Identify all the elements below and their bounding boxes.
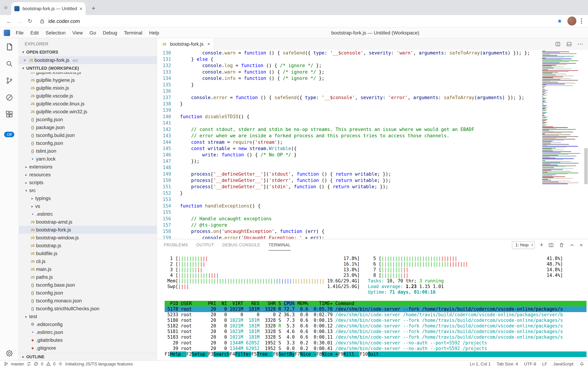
panel-tab-problems[interactable]: PROBLEMS (164, 239, 188, 250)
open-editors-header[interactable]: ▾ OPEN EDITORS (19, 48, 157, 56)
code-line-138[interactable]: 138} (157, 101, 539, 107)
error-count[interactable]: 0 (41, 362, 43, 366)
code-line-140[interactable]: 140function disableSTDIO() { (157, 114, 539, 120)
new-tab-button[interactable]: + (91, 5, 96, 12)
panel-tab-debug-console[interactable]: DEBUG CONSOLE (222, 239, 260, 250)
split-editor-icon[interactable] (555, 41, 561, 47)
menu-file[interactable]: File (12, 27, 27, 38)
status-utf-8[interactable]: UTF-8 (524, 362, 536, 366)
errors-icon[interactable] (34, 362, 38, 366)
tree-folder-vs[interactable]: ▸vs (19, 202, 157, 210)
code-line-130[interactable]: 130 console.warn = function () { safeSen… (157, 50, 539, 56)
url-text[interactable]: ide.coder.com (48, 18, 557, 24)
tree-item-.gitignore[interactable]: ◆.gitignore (19, 344, 157, 352)
code-line-153[interactable]: 153 (157, 197, 539, 203)
forward-icon[interactable]: → (14, 18, 25, 24)
tree-folder-resources[interactable]: ▸resources (19, 171, 157, 179)
new-terminal-icon[interactable]: + (540, 242, 543, 249)
tree-item-tsconfig.json[interactable]: {}tsconfig.json (19, 139, 157, 147)
tree-item-buildfile.js[interactable]: JSbuildfile.js (19, 250, 157, 257)
code-line-151[interactable]: 151 process['__defineGetter__']('stdin',… (157, 184, 539, 190)
panel-tab-output[interactable]: OUTPUT (196, 239, 214, 250)
tree-item-.gitattributes[interactable]: ◆.gitattributes (19, 336, 157, 344)
tree-item-.eslintrc.json[interactable]: ●.eslintrc.json (19, 328, 157, 336)
code-line-159[interactable]: 159 console.error('Uncaught Exception: '… (157, 235, 539, 239)
code-line-145[interactable]: 145 const writable = new stream.Writable… (157, 145, 539, 152)
app-logo-icon[interactable] (4, 29, 10, 36)
tree-item-cli.js[interactable]: JScli.js (19, 257, 157, 265)
code-line-143[interactable]: 143 // error when we are inside a forked… (157, 133, 539, 139)
more-actions-icon[interactable]: ··· (578, 41, 583, 47)
circle-slash-icon[interactable] (0, 89, 18, 106)
status-javascript[interactable]: JavaScript (553, 362, 573, 366)
tree-item-gulpfile.vscode.linux.js[interactable]: JSgulpfile.vscode.linux.js (19, 100, 157, 108)
open-editor-item[interactable]: × JS bootstrap-fork.js src (19, 56, 157, 64)
site-info-icon[interactable] (40, 18, 45, 24)
back-icon[interactable]: ← (4, 18, 14, 24)
tree-folder-scripts[interactable]: ▸scripts (19, 179, 157, 186)
search-icon[interactable] (0, 55, 18, 72)
outline-header[interactable]: ▸ OUTLINE (19, 353, 157, 360)
tree-item-gulpfile.extensions.js[interactable]: JSgulpfile.extensions.js (19, 72, 157, 76)
menu-edit[interactable]: Edit (27, 27, 42, 38)
tree-item-tsconfig.json[interactable]: {}tsconfig.json (19, 289, 157, 297)
tree-item-paths.js[interactable]: JSpaths.js (19, 273, 157, 281)
code-line-133[interactable]: 133 console.warn = function () { /* igno… (157, 69, 539, 75)
window-control-dot[interactable] (4, 6, 8, 9)
tree-item-gulpfile.mixin.js[interactable]: JSgulpfile.mixin.js (19, 84, 157, 92)
code-line-154[interactable]: 154function handleExceptions() { (157, 203, 539, 209)
menu-selection[interactable]: Selection (42, 27, 69, 38)
tree-item-bootstrap-amd.js[interactable]: JSbootstrap-amd.js (19, 218, 157, 226)
kill-terminal-icon[interactable] (559, 242, 564, 248)
status-ln-1-col-1[interactable]: Ln 1, Col 1 (470, 362, 491, 366)
code-line-155[interactable]: 155 (157, 209, 539, 216)
tree-folder-test[interactable]: ▸test (19, 313, 157, 320)
tree-item-jsconfig.json[interactable]: {}jsconfig.json (19, 116, 157, 124)
menu-help[interactable]: Help (146, 27, 162, 38)
tree-item-bootstrap.js[interactable]: JSbootstrap.js (19, 242, 157, 250)
sync-icon[interactable] (27, 362, 31, 366)
tree-item-main.js[interactable]: JSmain.js (19, 265, 157, 273)
bookmark-star-icon[interactable]: ★ (557, 18, 562, 25)
tab-close-icon[interactable]: × (79, 6, 83, 12)
branch-indicator[interactable]: master (11, 362, 24, 366)
tree-item-gulpfile.vscode.win32.js[interactable]: JSgulpfile.vscode.win32.js (19, 108, 157, 116)
menu-view[interactable]: View (69, 27, 86, 38)
code-line-132[interactable]: 132 console.log = function () { /* ignor… (157, 63, 539, 69)
reload-icon[interactable]: ↻ (25, 18, 35, 25)
code-line-158[interactable]: 158 process.on('uncaughtException', func… (157, 228, 539, 235)
status-tab-size-4[interactable]: Tab Size: 4 (497, 362, 518, 366)
code-area[interactable]: 130 console.warn = function () { safeSen… (157, 50, 539, 239)
code-line-136[interactable]: 136 (157, 88, 539, 94)
tree-item-bootstrap-fork.js[interactable]: JSbootstrap-fork.js (19, 226, 157, 234)
tree-item-.eslintrc[interactable]: ●.eslintrc (19, 210, 157, 218)
tree-item-tsconfig.monaco.json[interactable]: {}tsconfig.monaco.json (19, 297, 157, 305)
code-line-137[interactable]: 137 console.error = function () { safeSe… (157, 95, 539, 101)
tab-close-icon[interactable]: × (207, 41, 210, 47)
tree-item-yarn.lock[interactable]: ●yarn.lock (19, 155, 157, 163)
code-line-147[interactable]: 147 }); (157, 158, 539, 165)
tree-folder-typings[interactable]: ▸typings (19, 194, 157, 202)
tree-item-.editorconfig[interactable]: ⚙.editorconfig (19, 320, 157, 328)
warnings-icon[interactable] (46, 362, 50, 366)
browser-menu-icon[interactable] (581, 18, 582, 24)
code-line-144[interactable]: 144 const stream = require('stream'); (157, 139, 539, 145)
tree-item-tslint.json[interactable]: {}tslint.json (19, 147, 157, 155)
close-panel-icon[interactable]: × (580, 242, 583, 248)
code-line-142[interactable]: 142 // const stdout, stderr and stdin be… (157, 126, 539, 133)
browser-tab[interactable]: bootstrap-fork.js — Untitled (W × (11, 2, 85, 15)
code-line-150[interactable]: 150 process['__defineGetter__']('stderr'… (157, 177, 539, 184)
workspace-header[interactable]: ▾ UNTITLED (WORKSPACE) (19, 64, 157, 72)
code-line-146[interactable]: 146 write: function () { /* No OP */ } (157, 152, 539, 158)
code-line-157[interactable]: 157 // @ts-ignore (157, 222, 539, 228)
offline-toggle[interactable]: Off (4, 132, 14, 137)
code-line-156[interactable]: 156 // Handle uncaught exceptions (157, 216, 539, 222)
menu-debug[interactable]: Debug (99, 27, 121, 38)
panel-tab-terminal[interactable]: TERMINAL (269, 239, 290, 250)
close-icon[interactable]: × (22, 58, 28, 63)
tree-item-tsconfig.strictNullChecks.json[interactable]: {}tsconfig.strictNullChecks.json (19, 305, 157, 313)
maximize-panel-icon[interactable] (569, 242, 575, 248)
tree-item-tsconfig.base.json[interactable]: {}tsconfig.base.json (19, 281, 157, 289)
settings-gear-icon[interactable] (0, 349, 19, 357)
code-line-134[interactable]: 134 console.info = function () { /* igno… (157, 75, 539, 82)
